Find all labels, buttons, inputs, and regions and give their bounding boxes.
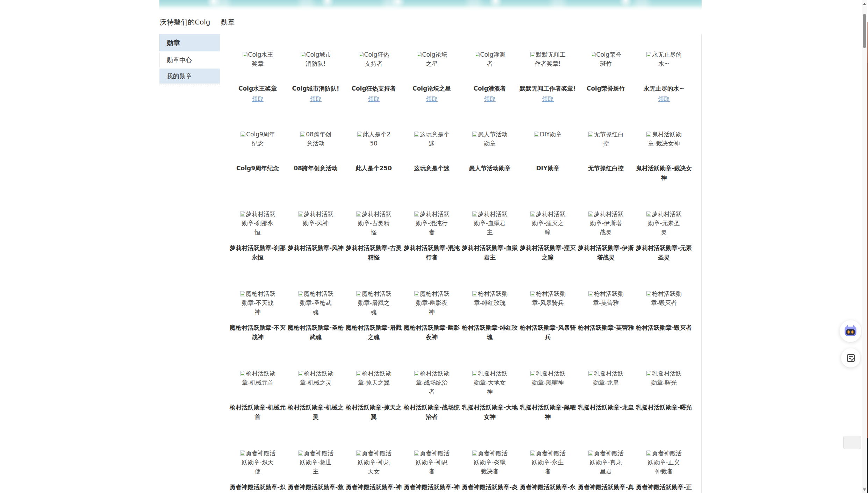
broken-image-icon xyxy=(356,291,361,296)
scrollbar-up-arrow-icon[interactable] xyxy=(863,3,866,5)
extension-mini-panel[interactable] xyxy=(843,436,861,449)
claim-link[interactable]: 领取 xyxy=(484,95,496,103)
badge-alt-text: Colg论坛之星 xyxy=(422,51,447,67)
claim-link[interactable]: 领取 xyxy=(310,95,322,103)
sidebar-divider xyxy=(159,85,220,85)
badge-name: 枪村活跃勋章-毁灭者 xyxy=(635,323,693,333)
badge-broken-image: 鬼村活跃勋章-裁决女神 xyxy=(646,130,682,164)
sidebar-item-medal-center[interactable]: 勋章中心 xyxy=(159,52,220,67)
claim-link[interactable]: 领取 xyxy=(368,95,380,103)
badge-alt-text: 勇者神殿活跃勋章-正义仲裁者 xyxy=(648,450,682,475)
claim-link[interactable]: 领取 xyxy=(542,95,554,103)
badge-broken-image: 枪村活跃勋章-风暴骑兵 xyxy=(530,289,566,323)
badge-cell: Colg9周年纪念 Colg9周年纪念 xyxy=(229,130,287,209)
badge-broken-image: 魔枪村活跃勋章-幽影夜神 xyxy=(414,289,450,323)
badge-broken-image: 枪村活跃勋章-掠天之翼 xyxy=(356,369,392,403)
nav-link-medal[interactable]: 勋章 xyxy=(221,17,235,27)
badge-name: 萝莉村活跃勋章-湮灭之瞳 xyxy=(519,243,577,262)
badge-name: 乳摇村活跃勋章-曙光 xyxy=(635,403,693,412)
badge-cell: 枪村活跃勋章-机械元首 枪村活跃勋章-机械元首 xyxy=(229,369,287,449)
badge-alt-text: 魔枪村活跃勋章-幽影夜神 xyxy=(416,290,450,315)
badge-alt-text: 萝莉村活跃勋章-湮灭之瞳 xyxy=(532,210,566,236)
badge-alt-text: Colg荣誉斑竹 xyxy=(596,51,622,67)
broken-image-icon xyxy=(646,450,652,456)
badge-alt-text: 乳摇村活跃勋章-大地女神 xyxy=(474,370,508,395)
badge-cell: Colg灌溉者 Colg灌溉者 领取 xyxy=(461,50,519,130)
badge-alt-text: 勇者神殿活跃勋章-永生者 xyxy=(532,450,566,475)
broken-image-icon xyxy=(530,450,536,456)
badge-alt-text: 此人是个250 xyxy=(363,131,390,147)
badge-cell: 乳摇村活跃勋章-黑曜神 乳摇村活跃勋章-黑曜神 xyxy=(519,369,577,449)
sidebar-item-my-medals[interactable]: 我的勋章 xyxy=(159,69,220,84)
badge-cell: 这玩意是个迷 这玩意是个迷 xyxy=(403,130,461,209)
badge-cell: Colg城市消防队! Colg城市消防队! 领取 xyxy=(287,50,345,130)
badge-cell: Colg论坛之星 Colg论坛之星 领取 xyxy=(403,50,461,130)
badge-alt-text: 魔枪村活跃勋章-不灭战神 xyxy=(242,290,275,315)
badge-cell: 勇者神殿活跃勋章-永生者 勇者神殿活跃勋章-永生者 xyxy=(519,449,577,493)
badge-alt-text: 勇者神殿活跃勋章-炽天使 xyxy=(242,450,275,475)
nav-link-home[interactable]: 沃特碧们的Colg xyxy=(160,17,210,27)
badge-name: 枪村活跃勋章-战场统治者 xyxy=(403,403,461,422)
vertical-scrollbar[interactable] xyxy=(862,0,867,493)
badge-name: 这玩意是个迷 xyxy=(403,164,461,173)
badge-cell: 萝莉村活跃勋章-混沌行者 萝莉村活跃勋章-混沌行者 xyxy=(403,209,461,289)
badge-broken-image: 萝莉村活跃勋章-风神 xyxy=(298,209,333,243)
badge-alt-text: 默默无闻工作者奖章! xyxy=(535,51,566,67)
checklist-icon xyxy=(846,353,855,363)
sidebar: 勋章 勋章中心 我的勋章 xyxy=(159,34,220,85)
broken-image-icon xyxy=(646,371,652,376)
badge-alt-text: DIY勋章 xyxy=(540,131,562,138)
badge-name: 勇者神殿活跃勋章-神思者 xyxy=(403,483,461,493)
claim-link[interactable]: 领取 xyxy=(426,95,438,103)
badge-cell: 萝莉村活跃勋章-古灵精怪 萝莉村活跃勋章-古灵精怪 xyxy=(345,209,403,289)
badge-broken-image: 枪村活跃勋章-机械元首 xyxy=(240,369,275,403)
badge-alt-text: 枪村活跃勋章-风暴骑兵 xyxy=(532,290,566,306)
badge-cell: 无节操红白控 无节操红白控 xyxy=(577,130,635,209)
badge-name: 愚人节活动勋章 xyxy=(461,164,519,173)
broken-image-icon xyxy=(298,211,303,217)
badge-cell: 魔枪村活跃勋章-幽影夜神 魔枪村活跃勋章-幽影夜神 xyxy=(403,289,461,369)
badge-cell: Colg狂热支持者 Colg狂热支持者 领取 xyxy=(345,50,403,130)
broken-image-icon xyxy=(590,52,596,57)
broken-image-icon xyxy=(298,450,303,456)
badge-alt-text: 萝莉村活跃勋章-风神 xyxy=(303,210,333,227)
badge-name: 08跨年创意活动 xyxy=(287,164,345,173)
badge-cell: 愚人节活动勋章 愚人节活动勋章 xyxy=(461,130,519,209)
badge-alt-text: 鬼村活跃勋章-裁决女神 xyxy=(648,131,682,147)
broken-image-icon xyxy=(472,211,478,217)
broken-image-icon xyxy=(414,131,419,137)
badge-cell: 此人是个250 此人是个250 xyxy=(345,130,403,209)
badge-broken-image: 勇者神殿活跃勋章-炽天使 xyxy=(240,449,275,483)
badge-broken-image: 萝莉村活跃勋章-古灵精怪 xyxy=(356,209,392,243)
broken-image-icon xyxy=(416,52,422,57)
feedback-checklist-button[interactable] xyxy=(841,348,860,367)
scrollbar-thumb[interactable] xyxy=(863,14,866,48)
badge-alt-text: 勇者神殿活跃勋章-救世主 xyxy=(300,450,333,475)
broken-image-icon xyxy=(646,52,652,57)
scrollbar-down-arrow-icon[interactable] xyxy=(863,488,866,491)
badge-alt-text: Colg水王奖章 xyxy=(248,51,273,67)
badge-name: Colg水王奖章 xyxy=(229,84,287,93)
badge-broken-image: 萝莉村活跃勋章-湮灭之瞳 xyxy=(530,209,566,243)
badge-cell: 枪村活跃勋章-芙蕾雅 枪村活跃勋章-芙蕾雅 xyxy=(577,289,635,369)
badge-alt-text: 枪村活跃勋章-战场统治者 xyxy=(416,370,450,395)
claim-link[interactable]: 领取 xyxy=(658,95,670,103)
badge-name: 萝莉村活跃勋章-血狱君主 xyxy=(461,243,519,262)
badge-broken-image: 08跨年创意活动 xyxy=(298,130,333,164)
broken-image-icon xyxy=(646,131,652,137)
broken-image-icon xyxy=(472,131,478,137)
ai-assistant-button[interactable] xyxy=(840,320,861,342)
badge-broken-image: 乳摇村活跃勋章-大地女神 xyxy=(472,369,508,403)
badge-name: 勇者神殿活跃勋章-真龙星君 xyxy=(577,483,635,493)
badge-name: 枪村活跃勋章-机械元首 xyxy=(229,403,287,422)
broken-image-icon xyxy=(300,52,306,57)
badge-broken-image: 枪村活跃勋章-绯红玫瑰 xyxy=(472,289,508,323)
badge-cell: 勇者神殿活跃勋章-正义仲裁者 勇者神殿活跃勋章-正义仲裁者 xyxy=(635,449,693,493)
badge-name: 萝莉村活跃勋章-风神 xyxy=(287,243,345,253)
badge-alt-text: 乳摇村活跃勋章-黑曜神 xyxy=(532,370,566,386)
badge-alt-text: 萝莉村活跃勋章-古灵精怪 xyxy=(358,210,392,236)
broken-image-icon xyxy=(588,131,594,137)
badge-cell: 魔枪村活跃勋章-圣枪武魂 魔枪村活跃勋章-圣枪武魂 xyxy=(287,289,345,369)
site-banner-image xyxy=(159,0,702,10)
claim-link[interactable]: 领取 xyxy=(252,95,264,103)
